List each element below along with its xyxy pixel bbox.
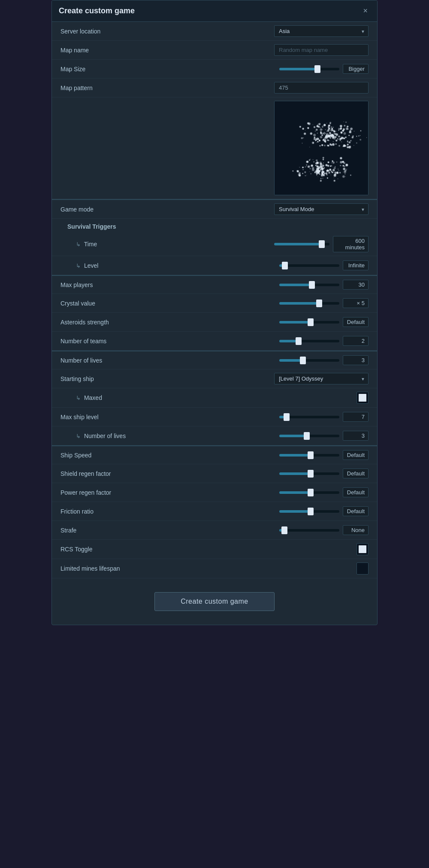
power-regen-value: Default	[343, 487, 369, 497]
map-name-row: Map name	[52, 41, 377, 60]
max-ship-level-value: 7	[343, 412, 369, 422]
asteroids-strength-label: Asteroids strength	[60, 319, 198, 326]
number-of-lives-slider[interactable]	[279, 359, 339, 362]
number-of-teams-label: Number of teams	[60, 338, 198, 345]
limited-mines-checkbox[interactable]	[356, 563, 369, 575]
asteroids-strength-value: Default	[343, 317, 369, 327]
ship-speed-slider[interactable]	[279, 454, 339, 457]
rcs-toggle-checkbox[interactable]	[356, 543, 369, 555]
number-of-teams-value: 2	[343, 336, 369, 346]
max-ship-lives-slider[interactable]	[279, 435, 339, 437]
game-mode-row: Game mode Survival Mode Team Deathmatch …	[52, 199, 377, 219]
maxed-toggle[interactable]	[356, 392, 369, 404]
map-pattern-control	[198, 82, 369, 94]
friction-ratio-slider[interactable]	[279, 510, 339, 513]
map-size-slider[interactable]	[279, 68, 339, 70]
level-row: ↳ Level Infinite	[52, 256, 377, 275]
power-regen-control: Default	[198, 487, 369, 497]
power-regen-label: Power regen factor	[60, 489, 198, 496]
max-players-label: Max players	[60, 281, 198, 288]
shield-regen-label: Shield regen factor	[60, 470, 198, 477]
asteroids-strength-slider-row: Default	[274, 317, 369, 327]
map-preview-content	[198, 101, 369, 195]
strafe-slider[interactable]	[279, 529, 339, 532]
shield-regen-slider[interactable]	[279, 472, 339, 475]
power-regen-slider-row: Default	[274, 487, 369, 497]
ship-speed-label: Ship Speed	[60, 452, 198, 459]
server-location-row: Server location Asia Europe US East US W…	[52, 22, 377, 41]
survival-triggers-label: Survival Triggers	[52, 219, 377, 233]
number-of-lives-slider-row: 3	[274, 355, 369, 365]
level-control: Infinite	[198, 260, 369, 270]
ship-speed-row: Ship Speed Default	[52, 445, 377, 464]
level-slider[interactable]	[279, 264, 339, 267]
map-preview-row	[52, 97, 377, 199]
create-button-container: Create custom game	[52, 578, 377, 625]
max-players-slider[interactable]	[279, 284, 339, 286]
friction-ratio-control: Default	[198, 506, 369, 516]
max-ship-level-control: 7	[198, 412, 369, 422]
rcs-toggle-label: RCS Toggle	[60, 546, 198, 553]
dialog-title: Create custom game	[59, 6, 135, 15]
number-of-teams-slider-row: 2	[274, 336, 369, 346]
strafe-slider-row: None	[274, 525, 369, 535]
ship-speed-control: Default	[198, 450, 369, 460]
starting-ship-select[interactable]: [Level 7] Odyssey [Level 1] Fighter	[274, 373, 369, 384]
ship-speed-slider-row: Default	[274, 450, 369, 460]
shield-regen-control: Default	[198, 469, 369, 478]
max-players-control: 30	[198, 280, 369, 290]
game-mode-select[interactable]: Survival Mode Team Deathmatch Free For A…	[274, 203, 369, 215]
level-label: ↳ Level	[60, 262, 198, 269]
map-canvas	[275, 101, 368, 195]
max-players-row: Max players 30	[52, 275, 377, 294]
map-size-slider-row: Bigger	[274, 64, 369, 74]
server-location-select[interactable]: Asia Europe US East US West	[274, 25, 369, 37]
number-of-teams-slider[interactable]	[279, 340, 339, 342]
create-custom-game-dialog: Create custom game × Server location Asi…	[51, 0, 378, 625]
game-mode-control: Survival Mode Team Deathmatch Free For A…	[198, 203, 369, 215]
time-arrow-icon: ↳	[76, 241, 81, 248]
max-ship-lives-label: ↳ Number of lives	[60, 432, 198, 439]
dialog-header: Create custom game ×	[52, 0, 377, 22]
rcs-toggle-control	[198, 543, 369, 555]
time-slider-row: 600 minutes	[274, 236, 369, 252]
time-value: 600 minutes	[333, 236, 369, 252]
max-ship-level-slider[interactable]	[279, 416, 339, 418]
maxed-row: ↳ Maxed	[52, 388, 377, 408]
crystal-value-slider[interactable]	[279, 302, 339, 305]
server-location-select-wrapper: Asia Europe US East US West	[274, 25, 369, 37]
asteroids-strength-row: Asteroids strength Default	[52, 313, 377, 332]
dialog-body: Server location Asia Europe US East US W…	[52, 22, 377, 625]
asteroids-strength-control: Default	[198, 317, 369, 327]
map-preview-spacer	[60, 101, 198, 195]
map-pattern-label: Map pattern	[60, 85, 198, 91]
map-name-input[interactable]	[274, 44, 369, 56]
max-ship-level-row: Max ship level 7	[52, 408, 377, 426]
starting-ship-label: Starting ship	[60, 375, 198, 382]
close-button[interactable]: ×	[360, 6, 370, 16]
map-pattern-input[interactable]	[274, 82, 369, 94]
game-mode-select-wrapper: Survival Mode Team Deathmatch Free For A…	[274, 203, 369, 215]
server-location-control: Asia Europe US East US West	[198, 25, 369, 37]
strafe-control: None	[198, 525, 369, 535]
max-ship-lives-row: ↳ Number of lives 3	[52, 426, 377, 445]
max-players-value: 30	[343, 280, 369, 290]
number-of-lives-control: 3	[198, 355, 369, 365]
limited-mines-control	[198, 563, 369, 575]
max-ship-level-slider-row: 7	[274, 412, 369, 422]
number-of-teams-control: 2	[198, 336, 369, 346]
server-location-label: Server location	[60, 28, 198, 35]
map-size-row: Map Size Bigger	[52, 60, 377, 79]
limited-mines-label: Limited mines lifespan	[60, 565, 198, 572]
max-ship-lives-control: 3	[198, 431, 369, 441]
time-slider[interactable]	[274, 243, 329, 245]
map-pattern-row: Map pattern	[52, 79, 377, 97]
number-of-lives-label: Number of lives	[60, 357, 198, 364]
crystal-value-control: × 5	[198, 298, 369, 308]
map-preview	[274, 101, 369, 195]
crystal-value-row: Crystal value × 5	[52, 294, 377, 313]
crystal-value-label: Crystal value	[60, 300, 198, 307]
asteroids-strength-slider[interactable]	[279, 321, 339, 324]
create-custom-game-button[interactable]: Create custom game	[154, 592, 275, 611]
power-regen-slider[interactable]	[279, 491, 339, 494]
